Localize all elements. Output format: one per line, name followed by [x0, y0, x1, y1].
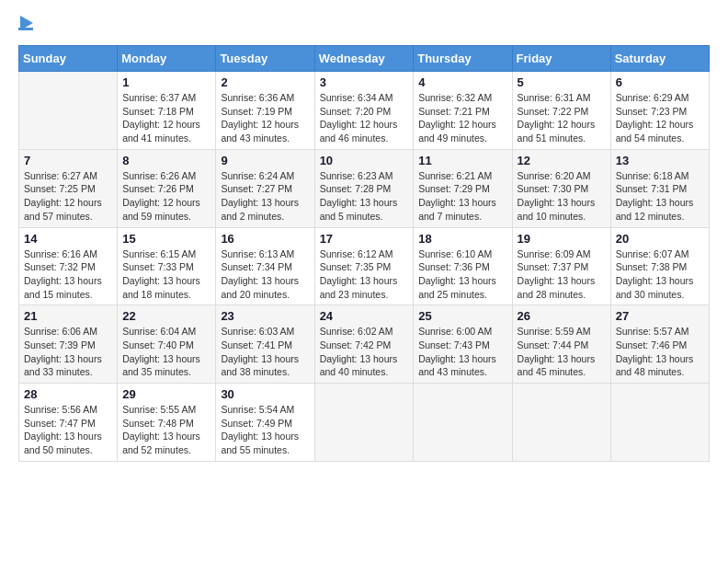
week-row-5: 28Sunrise: 5:56 AMSunset: 7:47 PMDayligh… — [19, 384, 710, 462]
day-info: Sunrise: 6:00 AMSunset: 7:43 PMDaylight:… — [418, 325, 506, 379]
day-number: 30 — [221, 387, 309, 401]
day-number: 16 — [221, 232, 309, 246]
day-cell: 16Sunrise: 6:13 AMSunset: 7:34 PMDayligh… — [216, 227, 314, 305]
day-info: Sunrise: 6:13 AMSunset: 7:34 PMDaylight:… — [221, 247, 309, 302]
weekday-header-monday: Monday — [118, 46, 216, 72]
day-cell: 22Sunrise: 6:04 AMSunset: 7:40 PMDayligh… — [118, 305, 216, 384]
day-number: 28 — [24, 387, 112, 401]
day-cell — [414, 384, 512, 462]
day-info: Sunrise: 5:57 AMSunset: 7:46 PMDaylight:… — [616, 325, 704, 379]
day-info: Sunrise: 6:34 AMSunset: 7:20 PMDaylight:… — [320, 91, 409, 145]
day-info: Sunrise: 5:54 AMSunset: 7:49 PMDaylight:… — [221, 403, 309, 457]
day-cell: 3Sunrise: 6:34 AMSunset: 7:20 PMDaylight… — [314, 72, 414, 150]
day-cell: 24Sunrise: 6:02 AMSunset: 7:42 PMDayligh… — [314, 305, 414, 384]
day-cell: 12Sunrise: 6:20 AMSunset: 7:30 PMDayligh… — [512, 149, 610, 227]
day-info: Sunrise: 6:02 AMSunset: 7:42 PMDaylight:… — [320, 325, 409, 379]
day-cell: 4Sunrise: 6:32 AMSunset: 7:21 PMDaylight… — [414, 72, 512, 150]
calendar-table: SundayMondayTuesdayWednesdayThursdayFrid… — [18, 45, 710, 462]
day-number: 3 — [320, 75, 409, 89]
day-info: Sunrise: 6:16 AMSunset: 7:32 PMDaylight:… — [24, 247, 112, 302]
day-number: 14 — [24, 232, 112, 246]
day-info: Sunrise: 6:12 AMSunset: 7:35 PMDaylight:… — [320, 247, 409, 302]
day-number: 29 — [122, 387, 210, 401]
day-cell — [314, 384, 414, 462]
day-number: 6 — [616, 75, 704, 89]
day-cell: 18Sunrise: 6:10 AMSunset: 7:36 PMDayligh… — [414, 227, 512, 305]
week-row-2: 7Sunrise: 6:27 AMSunset: 7:25 PMDaylight… — [19, 149, 710, 227]
day-info: Sunrise: 6:10 AMSunset: 7:36 PMDaylight:… — [418, 247, 506, 302]
day-cell: 7Sunrise: 6:27 AMSunset: 7:25 PMDaylight… — [19, 149, 118, 227]
day-number: 11 — [418, 154, 506, 167]
logo-underline — [18, 28, 33, 30]
day-number: 27 — [616, 309, 704, 323]
day-number: 18 — [418, 232, 506, 246]
weekday-header-wednesday: Wednesday — [314, 46, 414, 72]
day-number: 12 — [518, 154, 606, 167]
day-cell: 20Sunrise: 6:07 AMSunset: 7:38 PMDayligh… — [610, 227, 709, 305]
day-cell: 26Sunrise: 5:59 AMSunset: 7:44 PMDayligh… — [512, 305, 610, 384]
day-info: Sunrise: 6:31 AMSunset: 7:22 PMDaylight:… — [518, 91, 606, 145]
day-cell: 9Sunrise: 6:24 AMSunset: 7:27 PMDaylight… — [216, 149, 314, 227]
day-number: 26 — [518, 309, 606, 323]
day-info: Sunrise: 6:04 AMSunset: 7:40 PMDaylight:… — [122, 325, 210, 379]
day-info: Sunrise: 6:18 AMSunset: 7:31 PMDaylight:… — [616, 169, 704, 224]
day-info: Sunrise: 6:23 AMSunset: 7:28 PMDaylight:… — [320, 169, 409, 224]
logo — [18, 18, 33, 30]
day-cell: 19Sunrise: 6:09 AMSunset: 7:37 PMDayligh… — [512, 227, 610, 305]
day-cell: 8Sunrise: 6:26 AMSunset: 7:26 PMDaylight… — [118, 149, 216, 227]
day-number: 7 — [24, 154, 112, 167]
day-info: Sunrise: 6:07 AMSunset: 7:38 PMDaylight:… — [616, 247, 704, 302]
day-number: 15 — [122, 232, 210, 246]
day-info: Sunrise: 5:56 AMSunset: 7:47 PMDaylight:… — [24, 403, 112, 457]
day-info: Sunrise: 6:26 AMSunset: 7:26 PMDaylight:… — [122, 169, 210, 224]
day-number: 10 — [320, 154, 409, 167]
day-cell: 13Sunrise: 6:18 AMSunset: 7:31 PMDayligh… — [610, 149, 709, 227]
day-number: 2 — [221, 75, 309, 89]
day-number: 9 — [221, 154, 309, 167]
day-cell: 29Sunrise: 5:55 AMSunset: 7:48 PMDayligh… — [118, 384, 216, 462]
day-number: 8 — [122, 154, 210, 167]
day-number: 17 — [320, 232, 409, 246]
day-cell: 25Sunrise: 6:00 AMSunset: 7:43 PMDayligh… — [414, 305, 512, 384]
day-cell: 15Sunrise: 6:15 AMSunset: 7:33 PMDayligh… — [118, 227, 216, 305]
week-row-4: 21Sunrise: 6:06 AMSunset: 7:39 PMDayligh… — [19, 305, 710, 384]
day-info: Sunrise: 5:59 AMSunset: 7:44 PMDaylight:… — [518, 325, 606, 379]
day-info: Sunrise: 6:24 AMSunset: 7:27 PMDaylight:… — [221, 169, 309, 224]
day-cell: 27Sunrise: 5:57 AMSunset: 7:46 PMDayligh… — [610, 305, 709, 384]
day-info: Sunrise: 6:37 AMSunset: 7:18 PMDaylight:… — [122, 91, 210, 145]
day-info: Sunrise: 6:06 AMSunset: 7:39 PMDaylight:… — [24, 325, 112, 379]
day-number: 1 — [122, 75, 210, 89]
day-cell: 21Sunrise: 6:06 AMSunset: 7:39 PMDayligh… — [19, 305, 118, 384]
day-info: Sunrise: 6:21 AMSunset: 7:29 PMDaylight:… — [418, 169, 506, 224]
day-cell: 5Sunrise: 6:31 AMSunset: 7:22 PMDaylight… — [512, 72, 610, 150]
weekday-header-sunday: Sunday — [19, 46, 118, 72]
day-info: Sunrise: 6:29 AMSunset: 7:23 PMDaylight:… — [616, 91, 704, 145]
day-cell: 1Sunrise: 6:37 AMSunset: 7:18 PMDaylight… — [118, 72, 216, 150]
day-number: 22 — [122, 309, 210, 323]
day-cell: 30Sunrise: 5:54 AMSunset: 7:49 PMDayligh… — [216, 384, 314, 462]
day-info: Sunrise: 6:15 AMSunset: 7:33 PMDaylight:… — [122, 247, 210, 302]
day-cell — [512, 384, 610, 462]
day-number: 24 — [320, 309, 409, 323]
weekday-header-row: SundayMondayTuesdayWednesdayThursdayFrid… — [19, 46, 710, 72]
week-row-1: 1Sunrise: 6:37 AMSunset: 7:18 PMDaylight… — [19, 72, 710, 150]
day-number: 13 — [616, 154, 704, 167]
day-cell — [610, 384, 709, 462]
day-cell: 11Sunrise: 6:21 AMSunset: 7:29 PMDayligh… — [414, 149, 512, 227]
day-number: 20 — [616, 232, 704, 246]
day-cell: 6Sunrise: 6:29 AMSunset: 7:23 PMDaylight… — [610, 72, 709, 150]
day-info: Sunrise: 5:55 AMSunset: 7:48 PMDaylight:… — [122, 403, 210, 457]
day-number: 21 — [24, 309, 112, 323]
day-number: 25 — [418, 309, 506, 323]
day-number: 19 — [518, 232, 606, 246]
day-info: Sunrise: 6:09 AMSunset: 7:37 PMDaylight:… — [518, 247, 606, 302]
day-info: Sunrise: 6:27 AMSunset: 7:25 PMDaylight:… — [24, 169, 112, 224]
day-info: Sunrise: 6:20 AMSunset: 7:30 PMDaylight:… — [518, 169, 606, 224]
day-cell: 23Sunrise: 6:03 AMSunset: 7:41 PMDayligh… — [216, 305, 314, 384]
day-cell — [19, 72, 118, 150]
day-cell: 17Sunrise: 6:12 AMSunset: 7:35 PMDayligh… — [314, 227, 414, 305]
day-number: 5 — [518, 75, 606, 89]
day-cell: 28Sunrise: 5:56 AMSunset: 7:47 PMDayligh… — [19, 384, 118, 462]
weekday-header-friday: Friday — [512, 46, 610, 72]
day-info: Sunrise: 6:36 AMSunset: 7:19 PMDaylight:… — [221, 91, 309, 145]
